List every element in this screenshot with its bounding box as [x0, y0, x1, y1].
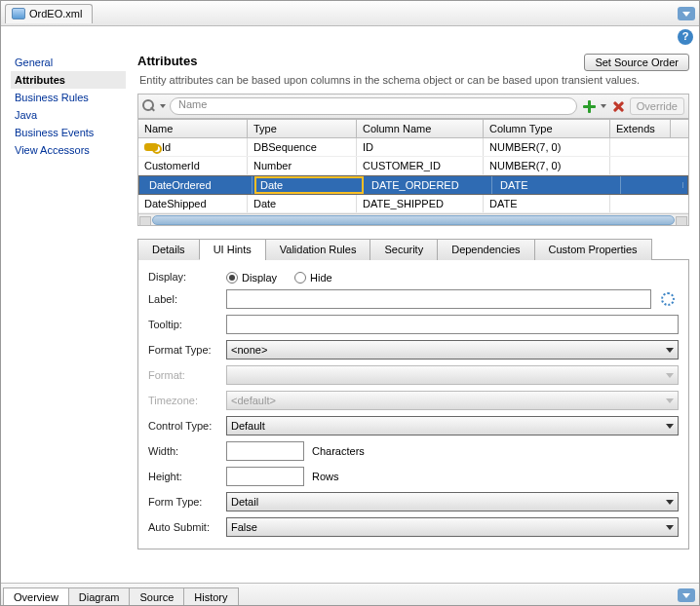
controltype-select[interactable]: Default: [226, 416, 679, 436]
set-source-order-button[interactable]: Set Source Order: [584, 54, 689, 71]
title-bar: OrdEO.xml: [1, 1, 699, 26]
controltype-label: Control Type:: [148, 420, 226, 432]
cell: Date: [248, 195, 357, 212]
main-area: General Attributes Business Rules Java B…: [1, 46, 699, 584]
label-label: Label:: [148, 293, 226, 305]
cell: DATE: [484, 195, 610, 212]
bottom-tab-history[interactable]: History: [183, 587, 238, 606]
delete-attribute-icon[interactable]: [610, 98, 626, 114]
table-row[interactable]: CustomerId Number CUSTOMER_ID NUMBER(7, …: [138, 157, 688, 175]
width-label: Width:: [148, 445, 226, 457]
add-attribute-icon[interactable]: [581, 98, 597, 114]
page-title: Attributes: [130, 50, 197, 74]
tab-ui-hints[interactable]: UI Hints: [199, 239, 266, 260]
tab-custom-properties[interactable]: Custom Properties: [534, 239, 652, 260]
formattype-label: Format Type:: [148, 344, 226, 356]
cell: Date: [254, 176, 364, 194]
cell: NUMBER(7, 0): [484, 138, 610, 156]
formattype-select[interactable]: <none>: [226, 340, 679, 360]
formtype-select[interactable]: Detail: [226, 492, 679, 511]
tab-dependencies[interactable]: Dependencies: [437, 239, 534, 260]
cell: [610, 138, 671, 156]
editor-view-tabs: Overview Diagram Source History: [1, 583, 699, 605]
tooltip-label: Tooltip:: [148, 319, 226, 330]
sidenav-item-view-accessors[interactable]: View Accessors: [11, 141, 126, 159]
cell: DBSequence: [248, 138, 357, 156]
help-icon[interactable]: ?: [678, 29, 693, 45]
key-icon: [144, 143, 158, 151]
cell: DateShipped: [144, 198, 207, 209]
attribute-tabs: Details UI Hints Validation Rules Securi…: [137, 238, 689, 260]
sidenav-item-business-events[interactable]: Business Events: [11, 124, 126, 141]
bottom-tab-overview[interactable]: Overview: [3, 587, 69, 606]
width-unit: Characters: [312, 445, 365, 457]
timezone-select: <default>: [226, 391, 679, 410]
cell: DATE_ORDERED: [366, 176, 492, 194]
table-row[interactable]: DateShipped Date DATE_SHIPPED DATE: [138, 195, 688, 213]
content: Attributes Set Source Order Entity attri…: [126, 46, 699, 584]
add-attribute-menu-icon[interactable]: [601, 104, 606, 108]
display-radio-display[interactable]: Display: [226, 270, 277, 284]
col-extends[interactable]: Extends: [610, 120, 671, 137]
format-label: Format:: [148, 369, 226, 381]
autosubmit-select[interactable]: False: [226, 517, 679, 537]
cell: [610, 157, 671, 174]
tab-details[interactable]: Details: [137, 239, 200, 260]
search-options-icon[interactable]: [160, 104, 166, 108]
table-row-selected[interactable]: DateOrdered Date DATE_ORDERED DATE: [138, 175, 688, 195]
cell: [623, 182, 683, 188]
format-select: [226, 365, 679, 385]
height-label: Height:: [148, 471, 226, 482]
ui-hints-form: Display: Display Hide Label: Tooltip: Fo…: [137, 260, 689, 549]
page-subtext: Entity attributes can be based upon colu…: [130, 74, 689, 94]
cell: NUMBER(7, 0): [484, 157, 610, 174]
collapse-panel-icon[interactable]: [678, 7, 695, 20]
section-nav: General Attributes Business Rules Java B…: [1, 46, 126, 584]
search-icon[interactable]: [142, 99, 156, 113]
xml-file-icon: [12, 8, 25, 19]
timezone-label: Timezone:: [148, 395, 226, 406]
attributes-grid: Name Type Column Name Column Type Extend…: [137, 119, 689, 226]
sidenav-item-general[interactable]: General: [11, 54, 126, 71]
label-field[interactable]: [226, 289, 651, 309]
col-name[interactable]: Name: [138, 120, 248, 137]
tooltip-field[interactable]: [226, 315, 679, 334]
tab-validation-rules[interactable]: Validation Rules: [265, 239, 371, 260]
attribute-toolbar: Name Override: [137, 94, 689, 119]
formtype-label: Form Type:: [148, 496, 226, 508]
editor-tab[interactable]: OrdEO.xml: [5, 4, 93, 23]
sidenav-item-attributes[interactable]: Attributes: [11, 71, 126, 89]
bottom-tab-source[interactable]: Source: [129, 587, 184, 606]
cell: CustomerId: [144, 160, 200, 171]
grid-horizontal-scrollbar[interactable]: [138, 213, 688, 225]
cell: DATE: [494, 176, 621, 194]
display-label: Display:: [148, 271, 226, 283]
help-row: ?: [1, 26, 699, 46]
sidenav-item-business-rules[interactable]: Business Rules: [11, 89, 126, 106]
width-field[interactable]: [226, 441, 304, 461]
expand-panel-icon[interactable]: [678, 588, 695, 602]
cell: ID: [357, 138, 484, 156]
cell: CUSTOMER_ID: [357, 157, 484, 174]
cell: [610, 195, 671, 212]
sidenav-item-java[interactable]: Java: [11, 106, 126, 124]
editor-tab-title: OrdEO.xml: [29, 8, 82, 19]
height-unit: Rows: [312, 471, 339, 482]
grid-header: Name Type Column Name Column Type Extend…: [138, 120, 688, 138]
cell: DateOrdered: [149, 179, 212, 191]
gear-icon[interactable]: [661, 292, 675, 306]
cell: Number: [248, 157, 357, 174]
cell: Id: [162, 141, 171, 153]
col-column-type[interactable]: Column Type: [484, 120, 610, 137]
bottom-tab-diagram[interactable]: Diagram: [68, 587, 131, 606]
override-button: Override: [630, 97, 684, 115]
cell: DATE_SHIPPED: [357, 195, 484, 212]
autosubmit-label: Auto Submit:: [148, 521, 226, 533]
display-radio-hide[interactable]: Hide: [294, 270, 332, 284]
col-column-name[interactable]: Column Name: [357, 120, 484, 137]
search-input[interactable]: Name: [170, 97, 577, 115]
table-row[interactable]: Id DBSequence ID NUMBER(7, 0): [138, 138, 688, 157]
tab-security[interactable]: Security: [369, 239, 438, 260]
col-type[interactable]: Type: [248, 120, 357, 137]
height-field[interactable]: [226, 467, 304, 486]
